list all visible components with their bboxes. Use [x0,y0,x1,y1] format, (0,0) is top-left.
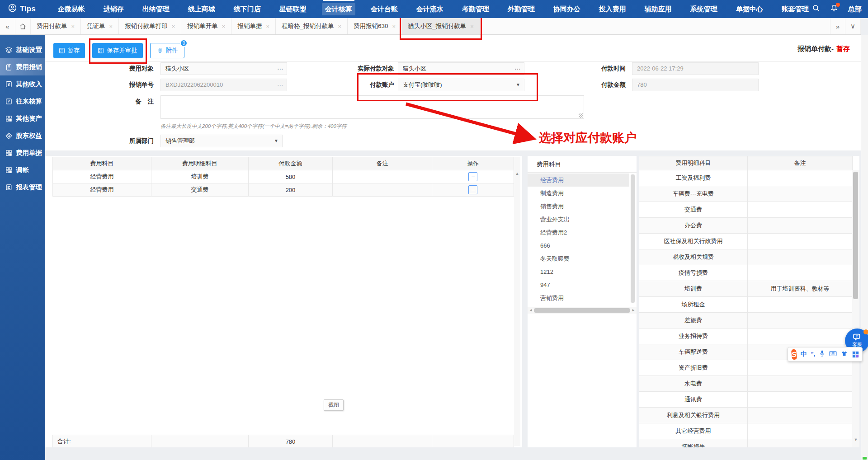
category-item[interactable]: 947 [528,278,629,291]
tab-item-active[interactable]: 猫头小区_报销付款单 × [402,18,480,34]
actual-payee-picker-icon[interactable]: ⋯ [514,63,521,75]
subcategory-name[interactable]: 车辆配送费 [639,344,748,360]
subcategory-name[interactable]: 车辆费---充电费 [639,186,748,202]
keyboard-icon[interactable] [829,350,837,358]
top-menu-item[interactable]: 辅助应用 [642,3,675,15]
department-select[interactable]: 销售管理部 ▼ [160,135,283,147]
tab-item[interactable]: 费用付款单 × [31,18,81,34]
pay-account-select[interactable]: 支付宝(吱吱吱) ▼ [398,79,524,91]
category-item[interactable]: 销售费用 [528,200,629,213]
top-menu-item[interactable]: 企微易帐 [55,3,88,15]
save-draft-button[interactable]: 暂存 [53,43,85,58]
subcategory-name[interactable]: 坏帐损失 [639,439,748,448]
tab-item[interactable]: 报销单开单 × [181,18,231,34]
attachment-button[interactable]: 附件 0 [150,43,184,58]
top-menu-item[interactable]: 线上商城 [185,3,218,15]
sidebar-item-other-income[interactable]: 其他收入 [0,75,45,93]
sidebar-item-shareholder-equity[interactable]: 股东权益 [0,127,45,144]
cell-amount[interactable]: 580 [249,170,333,183]
tab-close-icon[interactable]: × [71,23,75,30]
scroll-down-icon[interactable]: ▼ [852,437,859,442]
tab-close-icon[interactable]: × [392,23,396,30]
subcategory-name[interactable]: 差旅费 [639,313,748,329]
chevron-down-icon[interactable]: ▼ [516,79,520,91]
subcategory-row[interactable]: 场所租金 [639,297,853,313]
category-item[interactable]: 营业外支出 [528,213,629,226]
sidebar-item-other-assets[interactable]: 其他资产 [0,110,45,127]
tab-item[interactable]: 凭证单 × [81,18,119,34]
subcategory-name[interactable]: 资产折旧费 [639,360,748,376]
tab-close-icon[interactable]: × [266,23,269,30]
tab-item[interactable]: 程暗格_报销付款单 × [276,18,348,34]
subcategory-row[interactable]: 疫情亏损费 [639,265,853,281]
top-menu-item-active[interactable]: 会计核算 [322,3,355,15]
subcategory-vscrollbar[interactable]: ▼ [852,170,859,447]
top-menu-item[interactable]: 账套管理 [778,3,812,15]
subcategory-name[interactable]: 税收及相关规费 [639,249,748,265]
scroll-right-icon[interactable]: ► [632,308,635,312]
subcategory-row[interactable]: 办公费 [639,218,853,234]
sidebar-item-current-accounting[interactable]: 往来核算 [0,93,45,110]
sidebar-item-adjust-account[interactable]: 调帐 [0,161,45,178]
category-item-selected[interactable]: 经营费用 [528,174,629,187]
sidebar-item-basic-settings[interactable]: 基础设置 [0,41,45,58]
expense-target-picker-icon[interactable]: ⋯ [277,63,284,75]
top-menu-item[interactable]: 系统管理 [687,3,721,15]
subcategory-row[interactable]: 坏帐损失 [639,439,853,448]
ime-toolbox-icon[interactable] [852,351,859,358]
top-menu-item[interactable]: 考勤管理 [459,3,492,15]
save-and-approve-button[interactable]: 保存并审批 [92,43,143,58]
lines-table-vscrollbar[interactable]: ▲ [514,157,520,446]
subcategory-row[interactable]: 资产折旧费 [639,360,853,376]
category-item[interactable]: 制造费用 [528,187,629,200]
category-item[interactable]: 冬天取暖费 [528,252,629,265]
tab-close-icon[interactable]: × [338,23,341,30]
sogou-logo-icon[interactable]: S [791,349,797,360]
subcategory-name[interactable]: 工资及福利费 [639,170,748,186]
expense-target-field[interactable]: 猫头小区 ⋯ [160,62,287,75]
resize-grip-icon[interactable] [579,113,583,118]
remove-row-button[interactable]: − [468,172,477,181]
page-vscrollbar[interactable] [861,35,868,460]
category-hscrollbar[interactable]: ◄ ► [528,307,637,314]
tab-list-dropdown-button[interactable]: ∨ [845,18,861,34]
category-item[interactable]: 营销费用 [528,291,629,305]
sidebar-item-expense-reimburse[interactable]: 费用报销 [0,58,45,75]
subcategory-name[interactable]: 办公费 [639,218,748,234]
cell-amount[interactable]: 200 [249,183,333,197]
table-row[interactable]: 经营费用 培训费 580 − [53,170,514,183]
subcategory-name[interactable]: 医社保及相关行政费用 [639,234,748,249]
remove-row-button[interactable]: − [468,185,477,194]
search-icon[interactable] [812,4,820,14]
ime-chinese-mode-icon[interactable]: 中 [801,350,807,358]
org-switcher[interactable]: 总部 [848,5,862,14]
skin-icon[interactable] [841,350,848,358]
top-menu-item[interactable]: 会计台账 [368,3,401,15]
tab-close-icon[interactable]: × [172,23,175,30]
collapse-tabs-button[interactable]: « [0,18,15,34]
subcategory-name[interactable]: 水电费 [639,376,748,392]
subcategory-name[interactable]: 培训费 [639,281,748,297]
subcategory-name[interactable]: 通讯费 [639,392,748,408]
actual-payee-field[interactable]: 猫头小区 ⋯ [398,62,524,75]
microphone-icon[interactable] [819,350,825,359]
subcategory-name[interactable]: 其它经营费用 [639,423,748,439]
brand[interactable]: Tips [0,4,43,14]
subcategory-row[interactable]: 通讯费 [639,392,853,408]
subcategory-name[interactable]: 交通费 [639,202,748,218]
category-item[interactable]: 1212 [528,265,629,278]
scroll-up-icon[interactable]: ▲ [514,171,520,176]
subcategory-row[interactable]: 交通费 [639,202,853,218]
category-vscrollbar[interactable] [631,174,635,303]
subcategory-name[interactable]: 利息及相关银行费用 [639,408,748,423]
subcategory-row[interactable]: 培训费用于培训资料、教材等 [639,281,853,297]
subcategory-row[interactable]: 税收及相关规费 [639,249,853,265]
cell-note[interactable] [333,183,432,197]
scroll-left-icon[interactable]: ◄ [529,308,533,312]
top-menu-item[interactable]: 出纳管理 [139,3,173,15]
sidebar-item-report-management[interactable]: 报表管理 [0,178,45,196]
notification-bell-icon[interactable] [830,4,838,14]
top-menu-item[interactable]: 星链联盟 [276,3,310,15]
sidebar-item-expense-documents[interactable]: 费用单据 [0,144,45,161]
category-item[interactable]: 666 [528,239,629,252]
